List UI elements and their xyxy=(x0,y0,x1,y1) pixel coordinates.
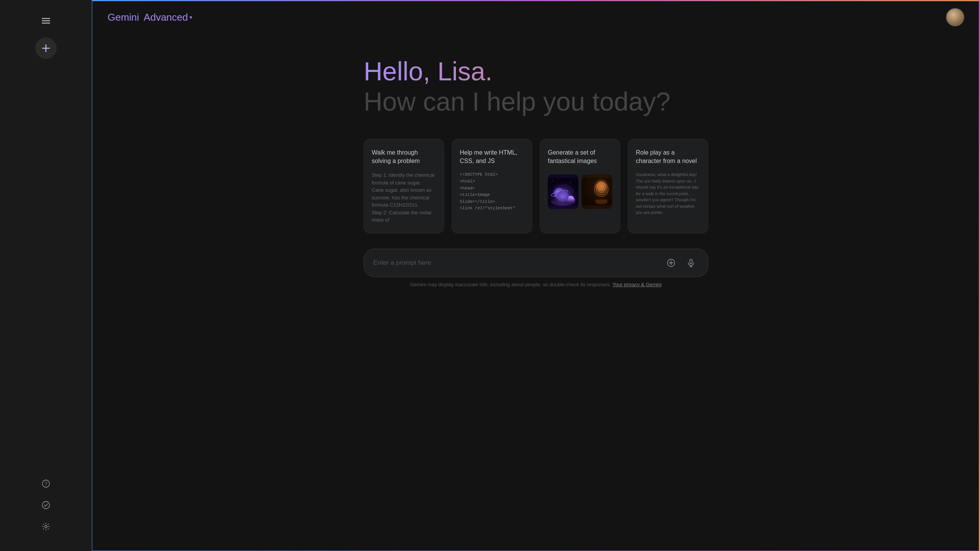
fantasy-image-1 xyxy=(548,174,578,209)
suggestion-cards: Walk me through solving a problem Step 1… xyxy=(364,139,708,233)
sidebar: ? xyxy=(0,0,92,551)
model-name: Advanced xyxy=(144,11,188,23)
svg-point-29 xyxy=(585,193,585,194)
avatar-image xyxy=(947,9,964,26)
svg-point-8 xyxy=(45,525,47,528)
greeting-hello: Hello, Lisa. xyxy=(364,57,708,86)
card-1-title: Walk me through solving a problem xyxy=(372,148,436,166)
privacy-link[interactable]: Your privacy & Gemini xyxy=(612,282,662,287)
microphone-button[interactable] xyxy=(683,255,699,271)
card-4-title: Role play as a character from a novel xyxy=(636,148,700,166)
app-title: Gemini xyxy=(108,11,139,23)
add-files-button[interactable] xyxy=(663,255,679,271)
input-icons xyxy=(663,255,699,271)
input-area: Gemini may display inaccurate info, incl… xyxy=(364,249,708,291)
greeting-subtitle: How can I help you today? xyxy=(364,87,708,116)
svg-point-35 xyxy=(594,183,609,197)
svg-text:?: ? xyxy=(44,481,47,487)
card-fantastical-images[interactable]: Generate a set of fantastical images xyxy=(540,139,620,233)
header: Gemini Advanced ▾ xyxy=(92,0,980,34)
svg-point-15 xyxy=(551,189,551,189)
card-3-title: Generate a set of fantastical images xyxy=(548,148,612,166)
hamburger-button[interactable] xyxy=(37,11,55,30)
disclaimer-text: Gemini may display inaccurate info, incl… xyxy=(410,282,611,287)
svg-point-16 xyxy=(574,190,574,191)
activity-button[interactable] xyxy=(37,496,55,514)
settings-button[interactable] xyxy=(37,517,55,536)
svg-point-26 xyxy=(587,183,588,183)
svg-point-11 xyxy=(559,179,559,180)
card-4-preview: Goodness, what a delightful day! The sun… xyxy=(636,171,700,216)
svg-point-10 xyxy=(552,181,552,181)
card-html-css-js[interactable]: Help me write HTML, CSS, and JS <!DOCTYP… xyxy=(452,139,532,233)
card-walk-through[interactable]: Walk me through solving a problem Step 1… xyxy=(364,139,444,233)
greeting-section: Hello, Lisa. How can I help you today? xyxy=(364,57,708,116)
disclaimer: Gemini may display inaccurate info, incl… xyxy=(364,282,708,287)
sidebar-bottom: ? xyxy=(37,474,55,543)
card-2-title: Help me write HTML, CSS, and JS xyxy=(460,148,524,166)
card-1-preview: Step 1: Identify the chemical formula of… xyxy=(372,171,436,224)
svg-point-23 xyxy=(568,196,573,198)
model-selector-button[interactable]: Advanced ▾ xyxy=(144,11,192,23)
svg-point-13 xyxy=(575,180,576,181)
svg-point-34 xyxy=(601,189,602,190)
main-container: Gemini Advanced ▾ Hello, Lisa. How can I… xyxy=(92,0,980,551)
input-container xyxy=(364,249,708,277)
user-avatar[interactable] xyxy=(946,8,964,26)
prompt-input[interactable] xyxy=(373,259,659,267)
svg-point-12 xyxy=(570,183,571,183)
svg-rect-37 xyxy=(595,199,608,202)
card-role-play[interactable]: Role play as a character from a novel Go… xyxy=(628,139,708,233)
card-3-images xyxy=(548,174,612,224)
new-chat-button[interactable] xyxy=(35,37,57,59)
help-button[interactable]: ? xyxy=(37,474,55,493)
svg-point-27 xyxy=(598,180,599,181)
svg-rect-1 xyxy=(42,20,50,21)
chevron-down-icon: ▾ xyxy=(189,14,192,20)
fantasy-image-2 xyxy=(581,174,612,209)
card-2-code-preview: <!DOCTYPE html> <html> <head> <title>Ima… xyxy=(460,171,524,212)
svg-point-14 xyxy=(566,184,566,184)
svg-point-7 xyxy=(42,502,50,509)
content-area: Hello, Lisa. How can I help you today? W… xyxy=(92,34,980,551)
svg-rect-41 xyxy=(690,259,692,264)
sidebar-top xyxy=(0,8,92,37)
svg-point-18 xyxy=(554,188,565,199)
svg-rect-0 xyxy=(42,18,50,19)
svg-point-24 xyxy=(566,199,575,202)
svg-rect-2 xyxy=(42,23,50,24)
